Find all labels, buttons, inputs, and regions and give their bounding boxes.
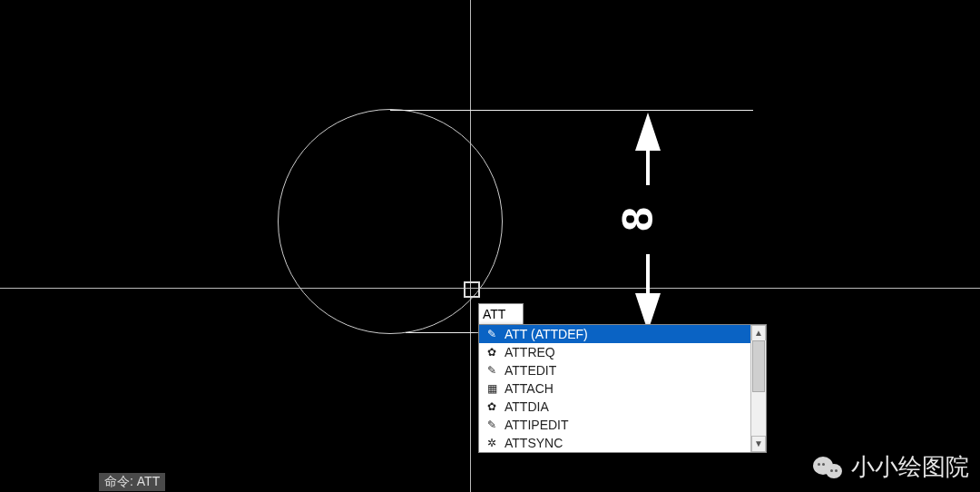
suggestion-label: ATTDIA: [505, 399, 549, 414]
tag-icon: ✎: [485, 328, 499, 340]
command-prompt: 命令:: [104, 474, 133, 488]
dim-value[interactable]: 8: [612, 209, 662, 231]
attach-icon: ▦: [485, 382, 499, 395]
command-line[interactable]: 命令: ATT: [99, 473, 165, 491]
suggestion-label: ATTACH: [505, 381, 554, 396]
suggestion-item[interactable]: ▦ ATTACH: [479, 379, 766, 398]
suggestion-item[interactable]: ✿ ATTDIA: [479, 398, 766, 416]
suggestion-label: ATTREQ: [505, 345, 555, 359]
suggestion-item[interactable]: ✿ ATTREQ: [479, 343, 766, 361]
gear-icon: ✿: [485, 400, 499, 413]
dropdown-scrollbar[interactable]: ▲ ▼: [750, 325, 766, 452]
scroll-up-button[interactable]: ▲: [751, 325, 766, 341]
suggestion-label: ATTEDIT: [505, 363, 556, 378]
suggestion-item[interactable]: ✎ ATT (ATTDEF): [479, 325, 766, 343]
suggestion-item[interactable]: ✎ ATTEDIT: [479, 361, 766, 379]
watermark: 小小绘图院: [813, 451, 969, 483]
entity-circle[interactable]: [278, 109, 503, 334]
sync-icon: ✲: [485, 437, 499, 449]
dim-arrow-up: [635, 113, 661, 151]
scroll-down-button[interactable]: ▼: [751, 436, 766, 452]
wechat-icon: [813, 455, 846, 480]
crosshair-horizontal: [0, 288, 980, 289]
suggestion-label: ATTSYNC: [505, 436, 563, 450]
drawing-canvas[interactable]: 8 ATT ✎ ATT (ATTDEF) ✿ ATTREQ ✎ ATTEDIT …: [0, 0, 980, 492]
scroll-track[interactable]: [751, 340, 766, 437]
suggestion-label: ATTIPEDIT: [505, 418, 569, 432]
command-text: ATT: [137, 474, 160, 488]
dim-stem-upper: [646, 149, 650, 185]
scroll-thumb[interactable]: [752, 340, 765, 392]
cursor-pickbox: [464, 281, 480, 298]
suggestion-label: ATT (ATTDEF): [505, 327, 588, 341]
dim-stem-lower: [646, 254, 650, 295]
dim-extension-top: [390, 110, 753, 111]
suggestion-item[interactable]: ✲ ATTSYNC: [479, 434, 766, 452]
autocomplete-dropdown[interactable]: ✎ ATT (ATTDEF) ✿ ATTREQ ✎ ATTEDIT ▦ ATTA…: [478, 324, 767, 453]
edit-icon: ✎: [485, 418, 499, 431]
dynamic-input[interactable]: ATT: [478, 303, 524, 325]
gear-icon: ✿: [485, 346, 499, 359]
watermark-text: 小小绘图院: [851, 451, 969, 483]
edit-icon: ✎: [485, 364, 499, 377]
suggestion-item[interactable]: ✎ ATTIPEDIT: [479, 416, 766, 434]
